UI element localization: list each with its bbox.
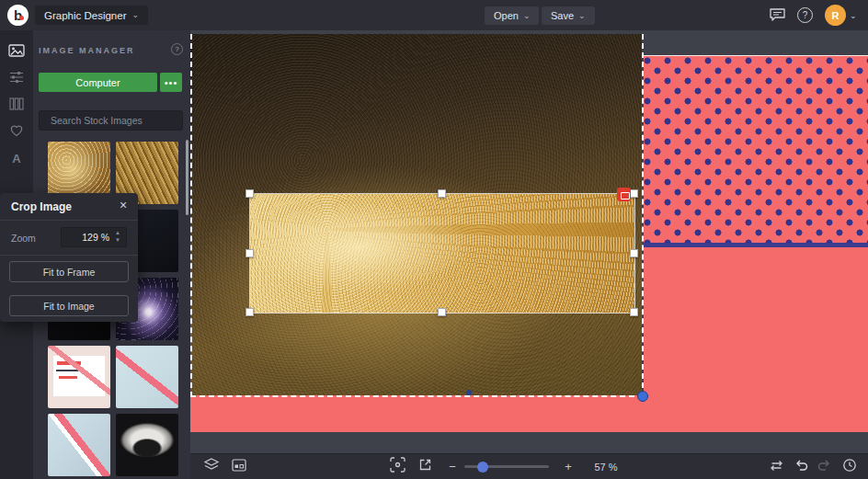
save-button-label: Save [551, 10, 574, 21]
zoom-in-button[interactable]: + [560, 454, 577, 479]
history-button[interactable] [839, 454, 860, 479]
export-button[interactable] [415, 454, 435, 479]
chevron-down-icon: ⌄ [131, 11, 139, 19]
divider [0, 220, 138, 221]
redo-button[interactable] [814, 454, 834, 479]
crop-handle[interactable] [630, 249, 638, 257]
crop-handle[interactable] [438, 308, 446, 316]
dialog-title: Crop Image [11, 200, 72, 213]
more-sources-button[interactable]: ••• [160, 73, 182, 92]
zoom-out-button[interactable]: − [444, 454, 461, 479]
stepper-up-icon[interactable]: ▲ [115, 230, 120, 237]
export-icon [418, 458, 432, 475]
thumbnail-dental-xray[interactable] [116, 414, 178, 476]
bottom-toolbar: − + 57 % [190, 453, 868, 479]
crop-handle[interactable] [246, 249, 254, 257]
center-view-button[interactable] [387, 454, 407, 479]
stepper-down-icon[interactable]: ▼ [115, 237, 120, 245]
zoom-slider-track[interactable] [464, 465, 549, 468]
avatar-initial: R [832, 10, 839, 21]
image-manager-icon [8, 43, 25, 62]
crop-handle[interactable] [246, 189, 254, 198]
crop-handle[interactable] [630, 308, 638, 316]
history-clock-icon [842, 458, 857, 476]
account-chevron-down-icon[interactable]: ⌄ [850, 11, 857, 20]
zoom-stepper[interactable]: ▲ ▼ [109, 228, 126, 246]
panels-icon [232, 459, 246, 475]
undo-icon [794, 459, 809, 475]
redo-icon [817, 459, 831, 475]
user-avatar[interactable]: R [825, 5, 846, 26]
crop-handle[interactable] [438, 189, 446, 198]
help-glyph: ? [175, 45, 178, 53]
feedback-comment-icon[interactable] [769, 7, 786, 26]
text-tool-icon: A [12, 152, 20, 165]
zoom-slider[interactable] [464, 454, 549, 479]
crop-image-badge-icon[interactable] [617, 188, 631, 201]
zoom-value-input[interactable] [62, 232, 109, 243]
thumbnail-toothbrush[interactable] [48, 414, 110, 476]
layers-icon [203, 458, 220, 475]
open-button[interactable]: Open ⌄ [485, 6, 539, 25]
panel-title: IMAGE MANAGER [39, 46, 135, 55]
thumbnail-toothbrush[interactable] [116, 346, 178, 408]
undo-button[interactable] [792, 454, 812, 479]
logo-letter: b [14, 7, 22, 23]
heart-icon [9, 123, 24, 141]
polka-dot-region[interactable] [644, 55, 868, 243]
sidebar-item-layouts[interactable] [0, 92, 33, 119]
stock-search-input[interactable] [40, 111, 182, 130]
save-button[interactable]: Save ⌄ [542, 6, 595, 25]
selection-bottom-mid-handle[interactable] [466, 390, 472, 395]
crop-handle[interactable] [246, 308, 254, 316]
zoom-input-box: ▲ ▼ [61, 227, 127, 247]
app-window: b Graphic Designer ⌄ Open ⌄ Save ⌄ ? R ⌄ [0, 0, 868, 479]
panel-help-icon[interactable]: ? [171, 43, 183, 55]
fit-to-frame-button[interactable]: Fit to Frame [9, 261, 129, 282]
crop-image-dialog: Crop Image × Zoom ▲ ▼ Fit to Frame Fit t… [0, 193, 138, 322]
stock-search-box [39, 110, 183, 131]
coral-right-region[interactable] [644, 247, 868, 432]
panels-button[interactable] [229, 454, 249, 479]
sidebar-item-image-manager[interactable] [0, 39, 33, 65]
zoom-label: Zoom [11, 233, 36, 244]
swap-arrows-icon [769, 459, 784, 475]
crop-handle[interactable] [630, 189, 638, 198]
open-button-label: Open [494, 10, 519, 21]
zoom-percent-label: 57 % [588, 454, 624, 479]
center-view-icon [390, 457, 405, 476]
divider [0, 255, 138, 256]
selection-bottom-right-handle[interactable] [637, 391, 648, 402]
sidebar-item-adjust[interactable] [0, 65, 33, 92]
zoom-slider-knob[interactable] [477, 462, 488, 473]
mode-selector-label: Graphic Designer [44, 10, 126, 21]
columns-icon [9, 97, 24, 115]
coral-bottom-strip[interactable] [190, 395, 644, 432]
close-icon[interactable]: × [120, 198, 127, 212]
design-canvas[interactable] [190, 30, 868, 453]
mode-selector[interactable]: Graphic Designer ⌄ [35, 6, 148, 25]
sidebar-item-text[interactable]: A [0, 145, 33, 172]
thumbnail-dental-poster[interactable] [48, 346, 110, 408]
fit-to-image-button[interactable]: Fit to Image [9, 295, 129, 316]
help-glyph: ? [803, 10, 808, 20]
help-icon[interactable]: ? [797, 7, 813, 23]
sidebar-item-favorites[interactable] [0, 119, 33, 145]
chevron-down-icon: ⌄ [578, 12, 586, 20]
layers-button[interactable] [201, 454, 222, 479]
top-bar: b Graphic Designer ⌄ Open ⌄ Save ⌄ ? R ⌄ [0, 0, 868, 30]
sliders-icon [9, 70, 24, 88]
resize-canvas-button[interactable] [766, 454, 786, 479]
chevron-down-icon: ⌄ [523, 12, 531, 20]
panel-scrollbar[interactable] [186, 140, 188, 215]
crop-region[interactable] [250, 194, 634, 313]
computer-upload-button[interactable]: Computer [39, 73, 157, 92]
app-logo[interactable]: b [7, 5, 29, 26]
